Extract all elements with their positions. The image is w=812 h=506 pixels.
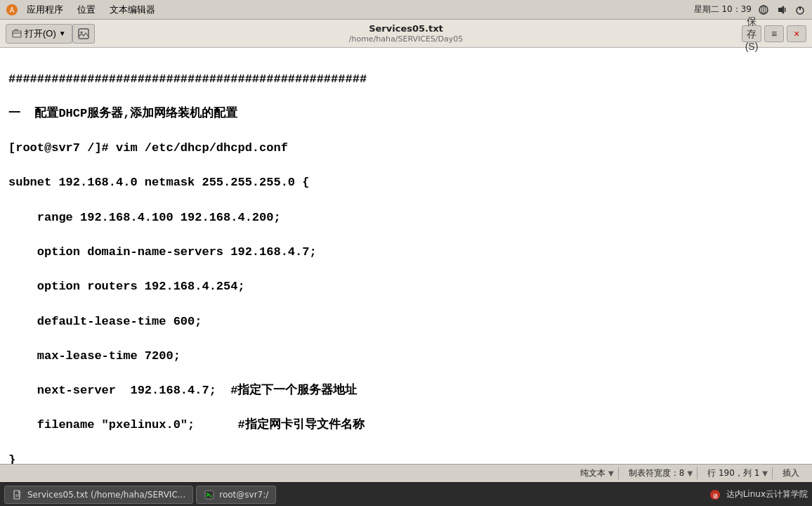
window-controls: 保存(S) ≡ × — [742, 25, 806, 42]
editor-line-0: ########################################… — [8, 71, 804, 89]
svg-marker-5 — [778, 6, 784, 14]
open-icon — [12, 29, 22, 39]
editor-line-4: range 192.168.4.100 192.168.4.200; — [8, 209, 804, 227]
editor-line-11: } — [8, 452, 804, 464]
editor-line-3: subnet 192.168.4.0 netmask 255.255.255.0… — [8, 174, 804, 192]
taskbar-item-terminal[interactable]: root@svr7:/ — [196, 486, 276, 504]
save-button[interactable]: 保存(S) — [742, 25, 761, 42]
position-label: 行 190，列 1 — [707, 467, 759, 479]
editor-area[interactable]: ########################################… — [0, 48, 812, 464]
position-item[interactable]: 行 190，列 1 ▼ — [703, 467, 773, 479]
tab-width-label: 制表符宽度：8 — [629, 467, 685, 479]
taskbar-terminal-label: root@svr7:/ — [219, 490, 268, 500]
editor-line-10: filename "pxelinux.0"; #指定网卡引导文件名称 — [8, 417, 804, 434]
toolbar: 打开(O) ▼ Services05.txt /home/haha/SERVIC… — [0, 20, 812, 48]
text-type-arrow: ▼ — [608, 469, 614, 477]
menu-button[interactable]: ≡ — [764, 25, 784, 42]
insert-mode-label: 插入 — [782, 467, 799, 479]
svg-point-10 — [80, 31, 82, 33]
text-type-label: 纯文本 — [580, 467, 605, 479]
editor-line-5: option domain-name-servers 192.168.4.7; — [8, 244, 804, 261]
app-logo-icon: A — [6, 4, 18, 16]
image-icon — [77, 27, 90, 40]
editor-line-1: 一 配置DHCP服务器,添加网络装机的配置 — [8, 105, 804, 123]
taskbar-editor-label: Services05.txt (/home/haha/SERVIC... — [27, 490, 185, 500]
datetime-display: 星期二 10：39 — [694, 4, 752, 15]
status-bar: 纯文本 ▼ 制表符宽度：8 ▼ 行 190，列 1 ▼ 插入 — [0, 464, 812, 482]
editor-line-9: next-server 192.168.4.7; #指定下一个服务器地址 — [8, 382, 804, 400]
terminal-icon — [204, 489, 215, 500]
taskbar: Services05.txt (/home/haha/SERVIC... roo… — [0, 482, 812, 506]
insert-mode-item: 插入 — [778, 467, 804, 479]
svg-text:A: A — [10, 6, 15, 14]
menu-apps[interactable]: 应用程序 — [21, 2, 69, 18]
file-title: Services05.txt — [349, 23, 464, 34]
editor-line-7: default-lease-time 600; — [8, 313, 804, 331]
network-icon[interactable] — [757, 4, 770, 16]
volume-icon[interactable] — [775, 4, 788, 16]
text-type-item[interactable]: 纯文本 ▼ — [576, 467, 619, 479]
school-logo-icon: 达 — [709, 489, 721, 500]
taskbar-right: 达 达内Linux云计算学院 — [709, 488, 808, 500]
power-icon[interactable] — [794, 4, 806, 16]
menu-places[interactable]: 位置 — [72, 2, 101, 18]
svg-rect-8 — [13, 31, 21, 37]
file-icon — [12, 489, 23, 500]
tab-width-item[interactable]: 制表符宽度：8 ▼ — [624, 467, 698, 479]
editor-line-8: max-lease-time 7200; — [8, 348, 804, 365]
open-dropdown-icon: ▼ — [59, 30, 66, 37]
open-button[interactable]: 打开(O) ▼ — [6, 24, 72, 44]
top-right-area: 星期二 10：39 — [694, 4, 806, 16]
tab-width-arrow: ▼ — [687, 469, 693, 477]
position-arrow: ▼ — [762, 469, 768, 477]
file-path: /home/haha/SERVICES/Day05 — [349, 34, 464, 44]
open-label: 打开(O) — [25, 27, 56, 40]
close-button[interactable]: × — [787, 25, 806, 42]
taskbar-item-editor[interactable]: Services05.txt (/home/haha/SERVIC... — [4, 486, 193, 504]
editor-line-2: [root@svr7 /]# vim /etc/dhcp/dhcpd.conf — [8, 140, 804, 157]
editor-line-6: option routers 192.168.4.254; — [8, 278, 804, 296]
image-button[interactable] — [72, 24, 95, 44]
svg-rect-9 — [79, 29, 89, 39]
file-title-area: Services05.txt /home/haha/SERVICES/Day05 — [349, 23, 464, 44]
menu-text-editor[interactable]: 文本编辑器 — [104, 2, 161, 18]
svg-text:达: 达 — [712, 492, 718, 498]
taskbar-school-label: 达内Linux云计算学院 — [726, 488, 808, 500]
top-menubar: A 应用程序 位置 文本编辑器 星期二 10：39 — [0, 0, 812, 20]
